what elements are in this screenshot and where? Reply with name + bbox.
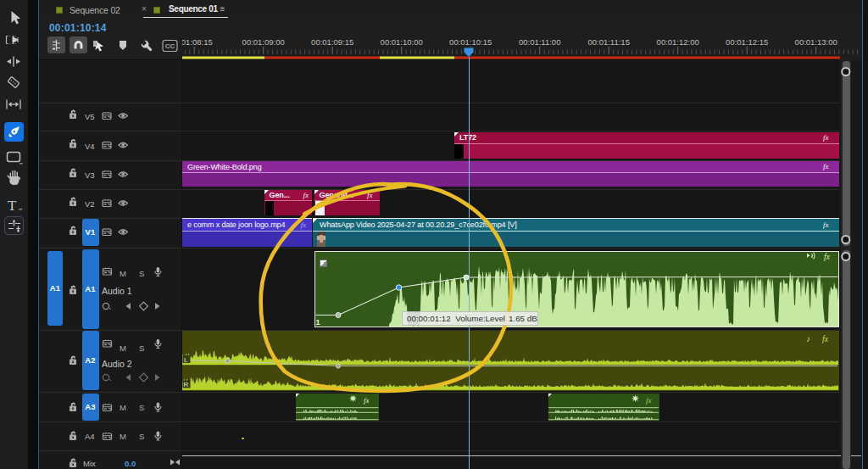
svg-text:M: M [120,343,126,353]
svg-text:00:01:13:00: 00:01:13:00 [795,37,837,47]
svg-text:00:01:09:15: 00:01:09:15 [311,37,353,47]
svg-text:V4: V4 [85,142,95,151]
svg-text:M: M [120,269,126,278]
svg-text:00:01:09:00: 00:01:09:00 [242,37,285,47]
svg-text:00:01:12:15: 00:01:12:15 [726,37,768,47]
svg-text:V5: V5 [85,112,95,121]
svg-text:00:01:10:00: 00:01:10:00 [381,37,423,47]
svg-text:Mix: Mix [83,459,96,468]
svg-text:00:01:12:00: 00:01:12:00 [657,37,699,47]
svg-text:V3: V3 [85,170,95,180]
svg-text:Audio 1: Audio 1 [102,286,132,296]
svg-text:M: M [120,432,126,441]
svg-text:00:01:11:00: 00:01:11:00 [519,37,560,47]
svg-text:00:01:11:15: 00:01:11:15 [587,37,629,47]
svg-text:A4: A4 [85,432,95,441]
svg-text:S: S [139,432,144,441]
svg-text:S: S [139,403,144,412]
svg-text:V2: V2 [85,199,95,209]
svg-text:S: S [139,343,144,353]
svg-text:T: T [8,198,17,214]
svg-text:S: S [139,269,144,278]
svg-text:00:01:10:15: 00:01:10:15 [449,37,492,47]
svg-text:Audio 2: Audio 2 [102,359,132,369]
svg-text:M: M [120,403,126,412]
svg-text:CC: CC [165,42,175,50]
svg-text:0.0: 0.0 [125,459,136,468]
svg-text:fx: fx [824,253,831,261]
svg-text::01:08:15: :01:08:15 [182,37,213,47]
